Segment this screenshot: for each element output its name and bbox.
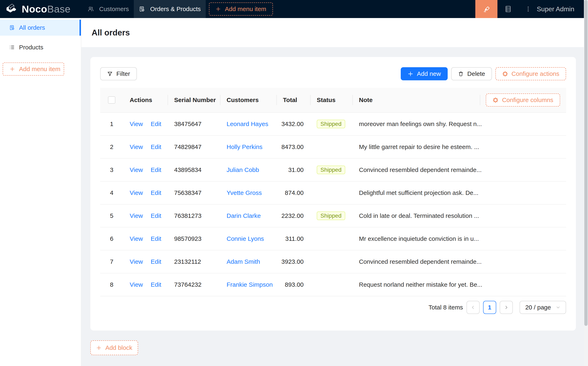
cell-trailing	[480, 273, 566, 296]
edit-link[interactable]: Edit	[151, 189, 161, 196]
table-row: 3ViewEdit43895834Julian Cobb31.00Shipped…	[100, 159, 566, 182]
brand-logo[interactable]: NocoBase	[0, 3, 83, 15]
cell-note: Cold in late or deal. Terminated resolut…	[352, 205, 480, 227]
header-cell-configure: Configure columns	[480, 88, 566, 112]
edit-link[interactable]: Edit	[151, 166, 161, 173]
cell-status: Shipped	[310, 113, 352, 135]
add-menu-item-header-button[interactable]: Add menu item	[209, 2, 273, 15]
select-all-checkbox[interactable]	[108, 96, 115, 104]
customer-link[interactable]: Holly Perkins	[226, 144, 263, 150]
page-size-value: 20 / page	[525, 304, 551, 311]
top-menu: Customers Orders & Products	[83, 0, 206, 18]
cell-note: Delightful met sufficient projection ask…	[352, 182, 480, 204]
table-row: 4ViewEdit75638347Yvette Gross874.00Delig…	[100, 182, 566, 205]
top-tab-orders-products[interactable]: Orders & Products	[134, 0, 206, 18]
view-link[interactable]: View	[130, 189, 143, 196]
header-cell-selection	[100, 88, 123, 112]
page-scrollbar[interactable]	[584, 0, 588, 366]
page-title: All orders	[91, 28, 130, 37]
customer-link[interactable]: Adam Smith	[226, 258, 260, 265]
brand-name-bold: Noco	[22, 3, 47, 15]
row-index: 6	[100, 228, 123, 250]
table-row: 5ViewEdit76381273Darin Clarke2232.00Ship…	[100, 205, 566, 228]
status-badge: Shipped	[317, 212, 345, 220]
row-index: 8	[100, 273, 123, 296]
edit-link[interactable]: Edit	[151, 235, 161, 242]
cell-customer: Darin Clarke	[220, 205, 276, 227]
cell-total: 3923.00	[276, 251, 310, 273]
customer-link[interactable]: Connie Lyons	[226, 235, 264, 242]
view-link[interactable]: View	[130, 258, 143, 265]
plus-icon	[216, 6, 221, 12]
edit-link[interactable]: Edit	[151, 212, 161, 219]
view-link[interactable]: View	[130, 121, 143, 128]
pagination-total: Total 8 items	[428, 304, 463, 311]
add-new-button[interactable]: Add new	[401, 67, 448, 80]
delete-button[interactable]: Delete	[451, 67, 492, 80]
pagination-next-button[interactable]	[500, 301, 513, 314]
database-manager-button[interactable]	[501, 0, 515, 18]
current-user[interactable]: Super Admin	[537, 5, 579, 13]
configure-columns-button[interactable]: Configure columns	[486, 93, 560, 107]
sidebar-item-products[interactable]: Products	[0, 39, 81, 55]
scrollbar-thumb[interactable]	[584, 0, 588, 326]
cell-status	[310, 273, 352, 296]
row-actions: ViewEdit	[123, 205, 168, 227]
cell-total: 31.00	[276, 159, 310, 181]
table-row: 8ViewEdit73764232Frankie Simpson893.00Re…	[100, 273, 566, 296]
more-actions-button[interactable]	[523, 0, 533, 18]
edit-link[interactable]: Edit	[151, 258, 161, 265]
add-new-label: Add new	[417, 70, 441, 77]
cell-customer: Leonard Hayes	[220, 113, 276, 135]
table-row: 1ViewEdit38475647Leonard Hayes3432.00Shi…	[100, 113, 566, 136]
table-block-card: Filter Add new	[90, 57, 576, 331]
customer-link[interactable]: Yvette Gross	[226, 189, 262, 196]
sidebar-item-all-orders[interactable]: All orders	[0, 20, 81, 36]
file-done-icon	[139, 6, 145, 12]
configure-columns-label: Configure columns	[502, 97, 553, 104]
add-menu-item-sidebar-button[interactable]: Add menu item	[3, 62, 64, 76]
view-link[interactable]: View	[130, 235, 143, 242]
row-index: 1	[100, 113, 123, 135]
view-link[interactable]: View	[130, 144, 143, 150]
view-link[interactable]: View	[130, 212, 143, 219]
cell-customer: Adam Smith	[220, 251, 276, 273]
top-tab-customers[interactable]: Customers	[83, 0, 134, 18]
cell-serial: 76381273	[168, 205, 220, 227]
table-row: 6ViewEdit98570923Connie Lyons311.00Mr ex…	[100, 228, 566, 251]
cell-status: Shipped	[310, 159, 352, 181]
edit-link[interactable]: Edit	[151, 144, 161, 150]
table-toolbar: Filter Add new	[100, 67, 566, 80]
row-index: 7	[100, 251, 123, 273]
filter-icon	[107, 71, 113, 77]
view-link[interactable]: View	[130, 166, 143, 173]
delete-label: Delete	[467, 70, 485, 77]
database-icon	[504, 5, 512, 13]
customer-link[interactable]: Julian Cobb	[226, 166, 259, 173]
plus-icon	[407, 71, 414, 77]
row-actions: ViewEdit	[123, 251, 168, 273]
row-actions: ViewEdit	[123, 273, 168, 296]
pagination-prev-button[interactable]	[467, 301, 480, 314]
row-actions: ViewEdit	[123, 136, 168, 158]
cell-status	[310, 136, 352, 158]
pagination-page-1[interactable]: 1	[483, 301, 496, 314]
cell-serial: 38475647	[168, 113, 220, 135]
edit-link[interactable]: Edit	[151, 121, 161, 128]
customer-link[interactable]: Frankie Simpson	[226, 281, 273, 288]
filter-button[interactable]: Filter	[100, 67, 137, 80]
customer-link[interactable]: Leonard Hayes	[226, 121, 268, 128]
page-size-select[interactable]: 20 / page	[520, 301, 566, 314]
view-link[interactable]: View	[130, 281, 143, 288]
toolbar-actions: Add new Delete Confi	[401, 67, 566, 80]
gear-icon	[492, 97, 498, 103]
customer-link[interactable]: Darin Clarke	[226, 212, 261, 219]
brand-name: NocoBase	[22, 3, 70, 15]
gear-icon	[502, 71, 508, 77]
edit-link[interactable]: Edit	[151, 281, 161, 288]
configure-actions-button[interactable]: Configure actions	[495, 67, 566, 80]
ui-editor-button[interactable]	[475, 0, 498, 18]
add-block-button[interactable]: Add block	[90, 340, 138, 355]
row-index: 4	[100, 182, 123, 204]
header-cell-customers: Customers	[220, 88, 276, 112]
